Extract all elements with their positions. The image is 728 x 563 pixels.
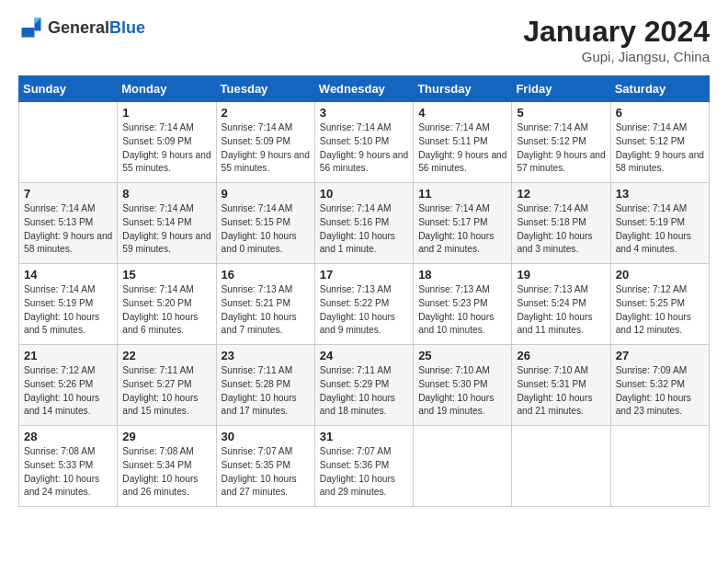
calendar-cell: 26Sunrise: 7:10 AMSunset: 5:31 PMDayligh… [512, 345, 610, 426]
cell-sun-info: Sunrise: 7:14 AMSunset: 5:20 PMDaylight:… [122, 283, 210, 338]
calendar-week-row: 7Sunrise: 7:14 AMSunset: 5:13 PMDaylight… [19, 183, 710, 264]
cell-sun-info: Sunrise: 7:14 AMSunset: 5:11 PMDaylight:… [418, 121, 506, 176]
calendar-cell: 4Sunrise: 7:14 AMSunset: 5:11 PMDaylight… [414, 102, 512, 183]
title-block: January 2024 Gupi, Jiangsu, China [523, 15, 710, 64]
cell-sun-info: Sunrise: 7:13 AMSunset: 5:22 PMDaylight:… [320, 283, 408, 338]
day-number: 5 [517, 106, 605, 120]
day-number: 20 [616, 268, 704, 282]
calendar-cell: 30Sunrise: 7:07 AMSunset: 5:35 PMDayligh… [216, 426, 314, 507]
month-year-title: January 2024 [523, 15, 710, 49]
cell-sun-info: Sunrise: 7:13 AMSunset: 5:24 PMDaylight:… [517, 283, 605, 338]
calendar-week-row: 1Sunrise: 7:14 AMSunset: 5:09 PMDaylight… [19, 102, 710, 183]
day-number: 11 [418, 187, 506, 201]
day-number: 15 [122, 268, 210, 282]
cell-sun-info: Sunrise: 7:13 AMSunset: 5:21 PMDaylight:… [222, 283, 310, 338]
calendar-cell: 6Sunrise: 7:14 AMSunset: 5:12 PMDaylight… [610, 102, 709, 183]
col-header-monday: Monday [118, 76, 216, 102]
svg-rect-2 [22, 28, 35, 38]
cell-sun-info: Sunrise: 7:13 AMSunset: 5:23 PMDaylight:… [418, 283, 506, 338]
calendar-cell: 2Sunrise: 7:14 AMSunset: 5:09 PMDaylight… [216, 102, 314, 183]
calendar-week-row: 14Sunrise: 7:14 AMSunset: 5:19 PMDayligh… [19, 264, 710, 345]
calendar-cell: 21Sunrise: 7:12 AMSunset: 5:26 PMDayligh… [19, 345, 118, 426]
cell-sun-info: Sunrise: 7:14 AMSunset: 5:19 PMDaylight:… [616, 202, 704, 257]
cell-sun-info: Sunrise: 7:14 AMSunset: 5:09 PMDaylight:… [122, 121, 210, 176]
calendar-cell: 27Sunrise: 7:09 AMSunset: 5:32 PMDayligh… [610, 345, 709, 426]
calendar-cell: 8Sunrise: 7:14 AMSunset: 5:14 PMDaylight… [118, 183, 216, 264]
cell-sun-info: Sunrise: 7:14 AMSunset: 5:12 PMDaylight:… [517, 121, 605, 176]
page-header: GeneralBlue January 2024 Gupi, Jiangsu, … [18, 15, 710, 64]
cell-sun-info: Sunrise: 7:07 AMSunset: 5:36 PMDaylight:… [320, 445, 408, 500]
calendar-cell: 23Sunrise: 7:11 AMSunset: 5:28 PMDayligh… [216, 345, 314, 426]
col-header-friday: Friday [512, 76, 610, 102]
calendar-cell: 7Sunrise: 7:14 AMSunset: 5:13 PMDaylight… [19, 183, 118, 264]
cell-sun-info: Sunrise: 7:14 AMSunset: 5:15 PMDaylight:… [222, 202, 310, 257]
day-number: 25 [418, 349, 506, 362]
logo-general-text: GeneralBlue [48, 18, 145, 38]
calendar-cell: 14Sunrise: 7:14 AMSunset: 5:19 PMDayligh… [19, 264, 118, 345]
day-number: 6 [616, 106, 704, 120]
cell-sun-info: Sunrise: 7:12 AMSunset: 5:26 PMDaylight:… [24, 364, 112, 419]
calendar-cell: 15Sunrise: 7:14 AMSunset: 5:20 PMDayligh… [118, 264, 216, 345]
day-number: 22 [122, 349, 210, 362]
cell-sun-info: Sunrise: 7:10 AMSunset: 5:30 PMDaylight:… [418, 364, 506, 419]
cell-sun-info: Sunrise: 7:14 AMSunset: 5:12 PMDaylight:… [616, 121, 704, 176]
calendar-cell: 24Sunrise: 7:11 AMSunset: 5:29 PMDayligh… [314, 345, 413, 426]
calendar-cell: 16Sunrise: 7:13 AMSunset: 5:21 PMDayligh… [216, 264, 314, 345]
cell-sun-info: Sunrise: 7:14 AMSunset: 5:09 PMDaylight:… [222, 121, 310, 176]
cell-sun-info: Sunrise: 7:11 AMSunset: 5:28 PMDaylight:… [222, 364, 310, 419]
calendar-table: SundayMondayTuesdayWednesdayThursdayFrid… [18, 75, 710, 507]
day-number: 17 [320, 268, 408, 282]
day-number: 4 [418, 106, 506, 120]
day-number: 10 [320, 187, 408, 201]
cell-sun-info: Sunrise: 7:14 AMSunset: 5:17 PMDaylight:… [418, 202, 506, 257]
day-number: 3 [320, 106, 408, 120]
day-number: 8 [122, 187, 210, 201]
calendar-cell [512, 426, 610, 507]
day-number: 1 [122, 106, 210, 120]
col-header-saturday: Saturday [610, 76, 709, 102]
day-number: 27 [616, 349, 704, 362]
calendar-cell: 3Sunrise: 7:14 AMSunset: 5:10 PMDaylight… [314, 102, 413, 183]
calendar-cell: 1Sunrise: 7:14 AMSunset: 5:09 PMDaylight… [118, 102, 216, 183]
calendar-header-row: SundayMondayTuesdayWednesdayThursdayFrid… [19, 76, 710, 102]
day-number: 13 [616, 187, 704, 201]
calendar-cell: 11Sunrise: 7:14 AMSunset: 5:17 PMDayligh… [414, 183, 512, 264]
day-number: 21 [24, 349, 112, 362]
location-subtitle: Gupi, Jiangsu, China [523, 49, 710, 64]
calendar-cell [610, 426, 709, 507]
cell-sun-info: Sunrise: 7:10 AMSunset: 5:31 PMDaylight:… [517, 364, 605, 419]
day-number: 7 [24, 187, 112, 201]
calendar-cell: 22Sunrise: 7:11 AMSunset: 5:27 PMDayligh… [118, 345, 216, 426]
logo-icon [18, 15, 44, 40]
day-number: 12 [517, 187, 605, 201]
cell-sun-info: Sunrise: 7:14 AMSunset: 5:18 PMDaylight:… [517, 202, 605, 257]
col-header-thursday: Thursday [414, 76, 512, 102]
calendar-week-row: 28Sunrise: 7:08 AMSunset: 5:33 PMDayligh… [19, 426, 710, 507]
calendar-cell: 13Sunrise: 7:14 AMSunset: 5:19 PMDayligh… [610, 183, 709, 264]
calendar-week-row: 21Sunrise: 7:12 AMSunset: 5:26 PMDayligh… [19, 345, 710, 426]
calendar-cell: 31Sunrise: 7:07 AMSunset: 5:36 PMDayligh… [314, 426, 413, 507]
cell-sun-info: Sunrise: 7:09 AMSunset: 5:32 PMDaylight:… [616, 364, 704, 419]
col-header-wednesday: Wednesday [314, 76, 413, 102]
day-number: 16 [222, 268, 310, 282]
calendar-cell: 12Sunrise: 7:14 AMSunset: 5:18 PMDayligh… [512, 183, 610, 264]
day-number: 9 [222, 187, 310, 201]
calendar-cell: 17Sunrise: 7:13 AMSunset: 5:22 PMDayligh… [314, 264, 413, 345]
cell-sun-info: Sunrise: 7:11 AMSunset: 5:27 PMDaylight:… [122, 364, 210, 419]
calendar-cell: 5Sunrise: 7:14 AMSunset: 5:12 PMDaylight… [512, 102, 610, 183]
calendar-cell: 20Sunrise: 7:12 AMSunset: 5:25 PMDayligh… [610, 264, 709, 345]
day-number: 30 [222, 430, 310, 443]
cell-sun-info: Sunrise: 7:14 AMSunset: 5:13 PMDaylight:… [24, 202, 112, 257]
col-header-sunday: Sunday [19, 76, 118, 102]
calendar-cell: 9Sunrise: 7:14 AMSunset: 5:15 PMDaylight… [216, 183, 314, 264]
day-number: 14 [24, 268, 112, 282]
day-number: 28 [24, 430, 112, 443]
day-number: 29 [122, 430, 210, 443]
cell-sun-info: Sunrise: 7:07 AMSunset: 5:35 PMDaylight:… [222, 445, 310, 500]
cell-sun-info: Sunrise: 7:08 AMSunset: 5:33 PMDaylight:… [24, 445, 112, 500]
calendar-cell: 25Sunrise: 7:10 AMSunset: 5:30 PMDayligh… [414, 345, 512, 426]
calendar-cell: 19Sunrise: 7:13 AMSunset: 5:24 PMDayligh… [512, 264, 610, 345]
day-number: 18 [418, 268, 506, 282]
cell-sun-info: Sunrise: 7:14 AMSunset: 5:16 PMDaylight:… [320, 202, 408, 257]
calendar-cell: 18Sunrise: 7:13 AMSunset: 5:23 PMDayligh… [414, 264, 512, 345]
